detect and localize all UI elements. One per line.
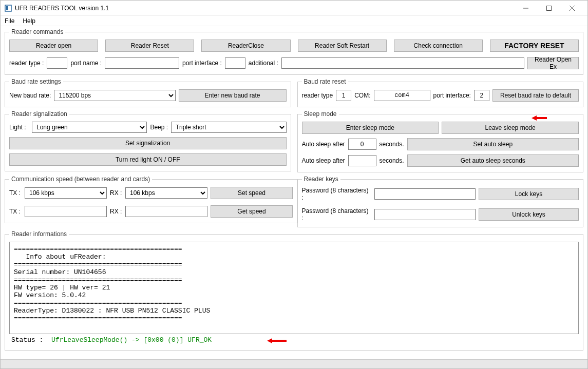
- beep-label: Beep :: [150, 124, 168, 131]
- baud-reset-com-input[interactable]: [374, 90, 430, 101]
- beep-select[interactable]: Triple short: [171, 122, 286, 133]
- reader-open-ex-button[interactable]: Reader Open Ex: [527, 57, 579, 69]
- red-light-toggle-button[interactable]: Turn red light ON / OFF: [9, 153, 287, 166]
- reader-commands-legend: Reader commands: [9, 28, 65, 35]
- rx-label-1: RX :: [110, 189, 122, 197]
- reader-commands-group: Reader commands Reader open Reader Reset…: [5, 28, 583, 75]
- auto-sleep-input-1[interactable]: [348, 139, 376, 150]
- reader-info-group: Reader informations ====================…: [5, 230, 583, 351]
- sleep-mode-group: Sleep mode Enter sleep mode Leave sleep …: [297, 110, 584, 172]
- get-auto-sleep-button[interactable]: Get auto sleep seconds: [407, 154, 579, 167]
- baud-reset-com-label: COM:: [354, 92, 370, 99]
- get-speed-button[interactable]: Get speed: [211, 205, 293, 218]
- app-icon: [5, 5, 12, 12]
- signalization-legend: Reader signalization: [9, 110, 69, 118]
- signalization-group: Reader signalization Light : Long green …: [5, 110, 291, 171]
- baud-reset-group: Baud rate reset reader type COM: port in…: [297, 78, 584, 107]
- arrow-annotation-icon: [532, 114, 547, 122]
- auto-sleep-label-2: Auto sleep after: [302, 157, 345, 164]
- reader-info-textbox[interactable]: ========================================…: [9, 242, 579, 334]
- svg-marker-7: [267, 338, 287, 343]
- status-label: Status :: [11, 336, 43, 344]
- baud-reset-port-iface-label: port interface:: [433, 92, 471, 99]
- sleep-mode-legend: Sleep mode: [302, 110, 339, 118]
- reader-type-input[interactable]: [47, 57, 67, 69]
- seconds-label-1: seconds.: [380, 141, 404, 148]
- set-speed-button[interactable]: Set speed: [211, 187, 293, 199]
- menu-file[interactable]: File: [5, 17, 14, 25]
- rx-select[interactable]: 106 kbps: [125, 187, 207, 199]
- port-name-label: port name :: [70, 60, 102, 67]
- seconds-label-2: seconds.: [380, 157, 404, 164]
- minimize-button[interactable]: [514, 1, 537, 15]
- close-button[interactable]: [560, 1, 583, 15]
- leave-sleep-button[interactable]: Leave sleep mode: [442, 122, 579, 134]
- new-baud-label: New baud rate:: [9, 92, 51, 99]
- tx-select[interactable]: 106 kbps: [25, 187, 107, 199]
- light-label: Light :: [9, 124, 29, 131]
- reader-keys-group: Reader keys Password (8 characters) : Lo…: [297, 176, 584, 227]
- auto-sleep-input-2[interactable]: [348, 155, 376, 166]
- reader-info-legend: Reader informations: [9, 230, 69, 238]
- menu-help[interactable]: Help: [23, 17, 35, 25]
- password-label-2: Password (8 characters) :: [302, 207, 371, 222]
- unlock-keys-button[interactable]: Unlock keys: [479, 208, 579, 221]
- baud-reset-reader-type-label: reader type: [302, 92, 333, 99]
- additional-input[interactable]: [281, 57, 524, 69]
- comm-speed-legend: Communication speed (between reader and …: [9, 176, 152, 183]
- set-signalization-button[interactable]: Set signalization: [9, 137, 287, 149]
- status-message: UfrLeaveSleepMode() -> [0x00 (0)] UFR_OK: [51, 336, 212, 344]
- tx-label-2: TX :: [9, 208, 22, 215]
- reader-soft-restart-button[interactable]: Reader Soft Restart: [298, 40, 387, 52]
- rx-display[interactable]: [125, 206, 207, 217]
- port-name-input[interactable]: [105, 57, 179, 69]
- baud-settings-legend: Baud rate settings: [9, 78, 63, 85]
- light-select[interactable]: Long green: [32, 122, 147, 133]
- svg-rect-1: [6, 6, 8, 10]
- factory-reset-button[interactable]: FACTORY RESET: [490, 40, 579, 52]
- reader-reset-button[interactable]: Reader Reset: [105, 40, 194, 52]
- port-interface-label: port interface :: [182, 60, 222, 67]
- password-input-2[interactable]: [374, 209, 476, 220]
- reader-keys-legend: Reader keys: [302, 176, 340, 183]
- reader-type-label: reader type :: [9, 60, 44, 67]
- maximize-button[interactable]: [537, 1, 560, 15]
- svg-marker-6: [532, 115, 547, 121]
- check-connection-button[interactable]: Check connection: [394, 40, 483, 52]
- tx-label-1: TX :: [9, 189, 22, 197]
- set-auto-sleep-button[interactable]: Set auto sleep: [407, 138, 579, 150]
- baud-reset-legend: Baud rate reset: [302, 78, 348, 85]
- enter-baud-button[interactable]: Enter new baud rate: [179, 89, 287, 102]
- auto-sleep-label-1: Auto sleep after: [302, 141, 345, 148]
- password-input-1[interactable]: [374, 188, 476, 200]
- enter-sleep-button[interactable]: Enter sleep mode: [302, 122, 439, 134]
- reader-close-button[interactable]: ReaderClose: [201, 40, 290, 52]
- additional-label: additional :: [249, 60, 278, 67]
- status-bar: [1, 359, 587, 368]
- baud-settings-group: Baud rate settings New baud rate: 115200…: [5, 78, 291, 107]
- baud-reset-port-iface-input[interactable]: [474, 90, 489, 101]
- reader-open-button[interactable]: Reader open: [9, 40, 98, 52]
- password-label-1: Password (8 characters) :: [302, 187, 371, 201]
- titlebar: UFR READERS TOOL version 1.1: [1, 1, 587, 16]
- tx-display[interactable]: [25, 206, 107, 217]
- baud-reset-reader-type-input[interactable]: [336, 90, 351, 101]
- arrow-annotation-icon: [267, 337, 287, 344]
- window-title: UFR READERS TOOL version 1.1: [15, 5, 514, 12]
- lock-keys-button[interactable]: Lock keys: [479, 188, 579, 200]
- menubar: File Help: [1, 16, 587, 26]
- baud-rate-select[interactable]: 115200 bps: [54, 90, 175, 101]
- port-interface-input[interactable]: [225, 57, 245, 69]
- rx-label-2: RX :: [110, 208, 122, 215]
- reset-baud-default-button[interactable]: Reset baud rate to default: [492, 89, 579, 102]
- svg-rect-3: [546, 6, 551, 10]
- comm-speed-group: Communication speed (between reader and …: [5, 176, 297, 223]
